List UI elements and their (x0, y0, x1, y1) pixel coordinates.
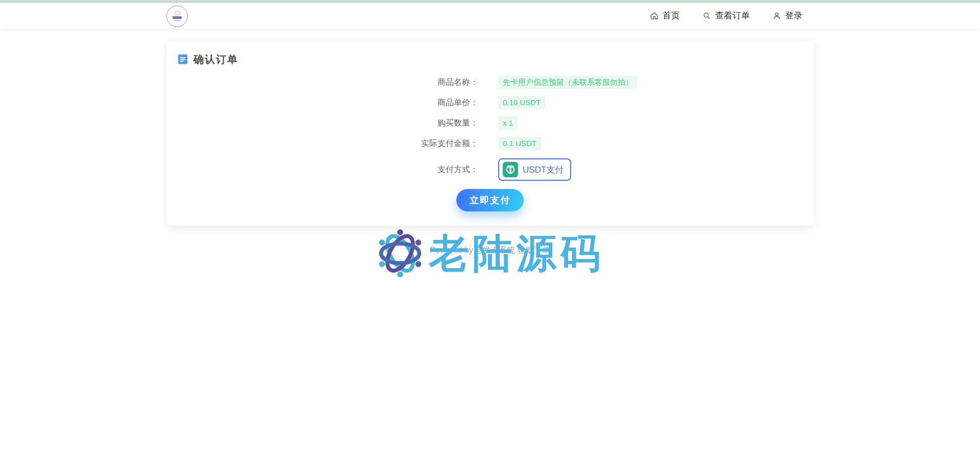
row-payment-method: 支付方式： USDT支付 (166, 158, 814, 181)
tether-usdt-icon (503, 162, 518, 177)
payment-method-label: 支付方式： (166, 164, 478, 175)
product-name-label: 商品名称： (166, 77, 478, 88)
order-card: 确认订单 商品名称： 先卡用户信息预留（未联系客服勿拍） 商品单价： 0.10 … (166, 42, 814, 226)
nav-login-label: 登录 (785, 10, 802, 21)
search-icon (702, 11, 712, 20)
powered-by-text: Powered by ◎发卡系统 辅助下单 (0, 245, 980, 256)
card-title-row: 确认订单 (166, 52, 814, 66)
logo-text-mark (173, 16, 182, 19)
row-unit-price: 商品单价： 0.10 USDT (166, 96, 814, 109)
total-amount-label: 实际支付金额： (166, 138, 478, 149)
nav-orders-label: 查看订单 (715, 10, 750, 21)
page: 首页 查看订单 登录 (0, 0, 980, 295)
nav-home-label: 首页 (663, 10, 680, 21)
logo-subtext-mark (174, 20, 181, 21)
unit-price-value: 0.10 USDT (498, 96, 545, 109)
nav-item-home[interactable]: 首页 (650, 10, 680, 21)
header: 首页 查看订单 登录 (0, 0, 980, 29)
order-rows: 商品名称： 先卡用户信息预留（未联系客服勿拍） 商品单价： 0.10 USDT … (166, 76, 814, 181)
nav-item-orders[interactable]: 查看订单 (702, 10, 750, 21)
row-product-name: 商品名称： 先卡用户信息预留（未联系客服勿拍） (166, 76, 814, 89)
usdt-payment-method-button[interactable]: USDT支付 (498, 158, 571, 181)
pay-now-button[interactable]: 立即支付 (456, 189, 524, 211)
nav-item-login[interactable]: 登录 (772, 10, 802, 21)
quantity-label: 购买数量： (166, 118, 478, 129)
user-icon (772, 11, 781, 20)
quantity-value: x 1 (498, 116, 518, 130)
document-icon (177, 54, 188, 65)
row-total-amount: 实际支付金额： 0.1 USDT (166, 137, 814, 150)
product-name-value: 先卡用户信息预留（未联系客服勿拍） (498, 76, 638, 89)
footer: Powered by ◎发卡系统 辅助下单 老陆源码 (0, 229, 980, 295)
home-icon (650, 11, 659, 20)
row-quantity: 购买数量： x 1 (166, 116, 814, 130)
logo-emblem-icon (175, 11, 180, 15)
total-amount-value: 0.1 USDT (498, 137, 541, 150)
main-nav: 首页 查看订单 登录 (650, 10, 814, 21)
main-content: 确认订单 商品名称： 先卡用户信息预留（未联系客服勿拍） 商品单价： 0.10 … (0, 42, 980, 295)
unit-price-label: 商品单价： (166, 98, 478, 108)
page-title: 确认订单 (193, 53, 238, 66)
header-inner: 首页 查看订单 登录 (166, 3, 814, 29)
usdt-payment-label: USDT支付 (523, 164, 564, 176)
site-logo[interactable] (166, 6, 188, 27)
